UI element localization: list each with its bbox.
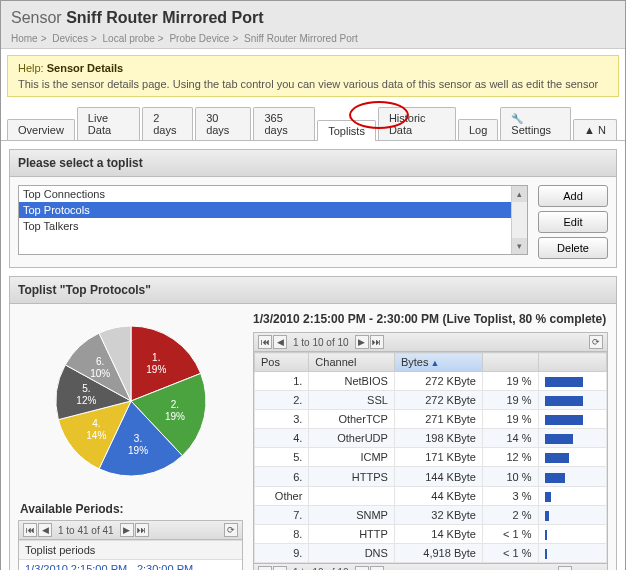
next-icon[interactable]: ▶ xyxy=(355,335,369,349)
cell-pos: 1. xyxy=(255,372,309,391)
crumb-probedevice[interactable]: Probe Device xyxy=(169,33,229,44)
cell-bar xyxy=(538,391,606,410)
button-column: Add Edit Delete xyxy=(538,185,608,259)
last-icon[interactable]: ⏭ xyxy=(135,523,149,537)
refresh-icon[interactable]: ⟳ xyxy=(558,566,572,570)
col-bar[interactable] xyxy=(538,353,606,372)
tab-log[interactable]: Log xyxy=(458,119,498,140)
tab-bar: Overview Live Data 2 days 30 days 365 da… xyxy=(1,97,625,141)
table-row[interactable]: 9.DNS4,918 Byte< 1 % xyxy=(255,543,607,562)
scrollbar[interactable]: ▴ ▾ xyxy=(511,186,527,254)
breadcrumb: Home> Devices> Local probe> Probe Device… xyxy=(11,33,615,44)
table-row[interactable]: 3.OtherTCP271 KByte19 % xyxy=(255,410,607,429)
first-icon[interactable]: ⏮ xyxy=(258,566,272,570)
periods-column-header[interactable]: Toplist periods xyxy=(19,540,242,560)
col-bytes[interactable]: Bytes▲ xyxy=(394,353,482,372)
select-header: Please select a toplist xyxy=(10,150,616,177)
cell-pos: 8. xyxy=(255,524,309,543)
first-icon[interactable]: ⏮ xyxy=(23,523,37,537)
tab-toplists[interactable]: Toplists xyxy=(317,120,376,141)
crumb-localprobe[interactable]: Local probe xyxy=(103,33,155,44)
prev-icon[interactable]: ◀ xyxy=(273,335,287,349)
cell-pct: 3 % xyxy=(482,486,538,505)
help-title: Sensor Details xyxy=(47,62,123,74)
cell-bytes: 272 KByte xyxy=(394,372,482,391)
tab-settings[interactable]: 🔧Settings xyxy=(500,107,571,140)
tab-extra-label: N xyxy=(598,124,606,136)
sort-asc-icon: ▲ xyxy=(430,358,439,368)
cell-pos: 2. xyxy=(255,391,309,410)
svg-text:2.: 2. xyxy=(170,399,178,410)
cell-pos: 6. xyxy=(255,467,309,486)
cell-pos: 9. xyxy=(255,543,309,562)
col-pct[interactable] xyxy=(482,353,538,372)
cell-bytes: 144 KByte xyxy=(394,467,482,486)
cell-pos: 7. xyxy=(255,505,309,524)
period-link[interactable]: 1/3/2010 2:15:00 PM - 2:30:00 PM xyxy=(19,560,242,570)
col-pos[interactable]: Pos xyxy=(255,353,309,372)
svg-text:12%: 12% xyxy=(76,395,96,406)
cell-channel: SSL xyxy=(309,391,395,410)
cell-pct: 19 % xyxy=(482,372,538,391)
svg-text:1.: 1. xyxy=(152,352,160,363)
delete-button[interactable]: Delete xyxy=(538,237,608,259)
tab-2days[interactable]: 2 days xyxy=(142,107,193,140)
last-icon[interactable]: ⏭ xyxy=(370,566,384,570)
table-row[interactable]: 4.OtherUDP198 KByte14 % xyxy=(255,429,607,448)
first-icon[interactable]: ⏮ xyxy=(258,335,272,349)
cell-pct: < 1 % xyxy=(482,543,538,562)
next-icon[interactable]: ▶ xyxy=(355,566,369,570)
list-item[interactable]: Top Talkers xyxy=(19,218,527,234)
svg-text:5.: 5. xyxy=(82,383,90,394)
table-row[interactable]: 5.ICMP171 KByte12 % xyxy=(255,448,607,467)
cell-channel: OtherTCP xyxy=(309,410,395,429)
refresh-icon[interactable]: ⟳ xyxy=(589,335,603,349)
add-button[interactable]: Add xyxy=(538,185,608,207)
crumb-home[interactable]: Home xyxy=(11,33,38,44)
list-item[interactable]: Top Protocols xyxy=(19,202,527,218)
pie-chart: 1.19%2.19%3.19%4.14%5.12%6.10% xyxy=(18,312,243,496)
toplist-listbox[interactable]: Top Connections Top Protocols Top Talker… xyxy=(18,185,528,255)
table-row[interactable]: 7.SNMP32 KByte2 % xyxy=(255,505,607,524)
select-toplist-panel: Please select a toplist Top Connections … xyxy=(9,149,617,268)
edit-button[interactable]: Edit xyxy=(538,211,608,233)
cell-pos: Other xyxy=(255,486,309,505)
next-icon[interactable]: ▶ xyxy=(120,523,134,537)
tab-extra[interactable]: ▲ N xyxy=(573,119,617,140)
cell-bar xyxy=(538,372,606,391)
crumb-devices[interactable]: Devices xyxy=(52,33,88,44)
tab-livedata[interactable]: Live Data xyxy=(77,107,140,140)
prev-icon[interactable]: ◀ xyxy=(38,523,52,537)
cell-pct: < 1 % xyxy=(482,524,538,543)
tab-30days[interactable]: 30 days xyxy=(195,107,251,140)
grid-title: 1/3/2010 2:15:00 PM - 2:30:00 PM (Live T… xyxy=(253,312,608,326)
last-icon[interactable]: ⏭ xyxy=(370,335,384,349)
table-row[interactable]: 8.HTTP14 KByte< 1 % xyxy=(255,524,607,543)
scroll-down-icon[interactable]: ▾ xyxy=(512,238,527,254)
list-item[interactable]: Top Connections xyxy=(19,186,527,202)
tab-365days[interactable]: 365 days xyxy=(253,107,315,140)
data-table: Pos Channel Bytes▲ 1.NetBIOS272 KByte19 … xyxy=(254,352,607,563)
crumb-current[interactable]: Sniff Router Mirrored Port xyxy=(244,33,358,44)
page: Sensor Sniff Router Mirrored Port Home> … xyxy=(0,0,626,570)
left-column: 1.19%2.19%3.19%4.14%5.12%6.10% Available… xyxy=(18,312,243,570)
table-row[interactable]: 1.NetBIOS272 KByte19 % xyxy=(255,372,607,391)
prev-icon[interactable]: ◀ xyxy=(273,566,287,570)
tab-overview[interactable]: Overview xyxy=(7,119,75,140)
periods-pager-top: ⏮ ◀ 1 to 41 of 41 ▶ ⏭ ⟳ xyxy=(19,521,242,540)
svg-text:6.: 6. xyxy=(96,356,104,367)
cell-bar xyxy=(538,543,606,562)
col-channel[interactable]: Channel xyxy=(309,353,395,372)
tab-historicdata[interactable]: Historic Data xyxy=(378,107,456,140)
cell-bytes: 171 KByte xyxy=(394,448,482,467)
cell-bytes: 14 KByte xyxy=(394,524,482,543)
title-text: Sniff Router Mirrored Port xyxy=(66,9,263,26)
cell-pct: 19 % xyxy=(482,410,538,429)
table-row[interactable]: 2.SSL272 KByte19 % xyxy=(255,391,607,410)
scroll-up-icon[interactable]: ▴ xyxy=(512,186,527,202)
table-row[interactable]: Other44 KByte3 % xyxy=(255,486,607,505)
right-column: 1/3/2010 2:15:00 PM - 2:30:00 PM (Live T… xyxy=(253,312,608,570)
table-row[interactable]: 6.HTTPS144 KByte10 % xyxy=(255,467,607,486)
cell-channel: ICMP xyxy=(309,448,395,467)
refresh-icon[interactable]: ⟳ xyxy=(224,523,238,537)
